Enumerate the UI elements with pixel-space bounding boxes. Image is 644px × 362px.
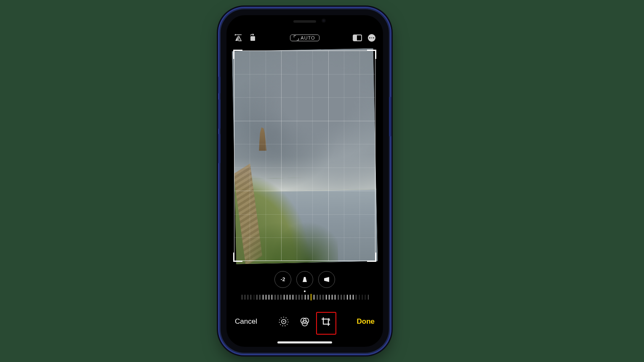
dial-center-dot bbox=[304, 290, 306, 292]
flip-horizontal-icon[interactable] bbox=[234, 34, 242, 42]
more-icon[interactable] bbox=[368, 34, 375, 42]
angle-dial[interactable] bbox=[242, 290, 368, 304]
straighten-value-button[interactable]: -2 bbox=[274, 271, 291, 288]
crop-handle-top-right[interactable] bbox=[367, 50, 376, 59]
power-button bbox=[389, 97, 391, 136]
done-button[interactable]: Done bbox=[357, 317, 375, 326]
svg-point-5 bbox=[283, 321, 284, 322]
screen: AUTO bbox=[226, 15, 383, 347]
auto-crop-button[interactable]: AUTO bbox=[290, 35, 319, 41]
home-indicator[interactable] bbox=[277, 341, 332, 343]
volume-up-button bbox=[218, 99, 221, 129]
perspective-vertical-button[interactable] bbox=[296, 271, 313, 288]
volume-mute-switch bbox=[218, 77, 221, 93]
auto-label: AUTO bbox=[301, 35, 315, 40]
iphone-device-frame: AUTO bbox=[221, 9, 389, 353]
speaker-grill bbox=[293, 20, 316, 23]
toolbar-left-group bbox=[234, 34, 257, 42]
crop-handle-bottom-left[interactable] bbox=[233, 253, 242, 262]
crop-handle-top-left[interactable] bbox=[233, 50, 242, 59]
crop-top-toolbar: AUTO bbox=[226, 30, 383, 45]
crop-brackets-icon bbox=[294, 36, 298, 40]
svg-rect-0 bbox=[250, 36, 255, 41]
front-camera bbox=[322, 19, 326, 23]
crop-frame[interactable] bbox=[234, 51, 375, 261]
crop-tool-button[interactable] bbox=[319, 315, 332, 328]
svg-rect-2 bbox=[353, 35, 357, 41]
aspect-ratio-icon[interactable] bbox=[353, 35, 362, 41]
rotate-icon[interactable] bbox=[248, 34, 257, 42]
crop-handle-bottom-right[interactable] bbox=[367, 253, 376, 262]
straighten-controls: -2 bbox=[226, 271, 383, 288]
volume-down-button bbox=[218, 134, 221, 163]
notch bbox=[269, 15, 341, 28]
cancel-button[interactable]: Cancel bbox=[235, 317, 257, 326]
adjust-tool-button[interactable] bbox=[277, 315, 290, 328]
straighten-value: -2 bbox=[281, 277, 285, 282]
perspective-horizontal-button[interactable] bbox=[318, 271, 335, 288]
dial-ticks[interactable] bbox=[242, 295, 368, 301]
filters-tool-button[interactable] bbox=[298, 315, 311, 328]
toolbar-right-group bbox=[353, 34, 375, 42]
